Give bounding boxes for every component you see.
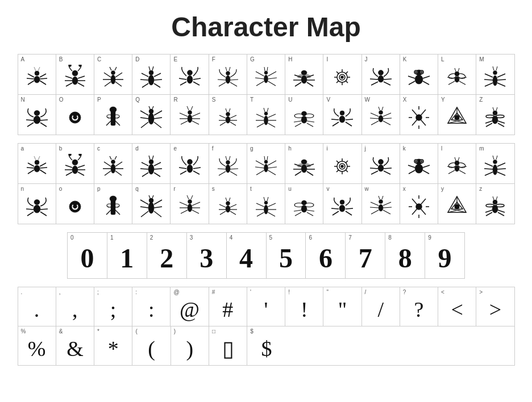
char-cell-L[interactable]: L	[438, 55, 476, 94]
char-cell-r[interactable]: r	[171, 184, 209, 224]
char-cell-x[interactable]: @@	[171, 287, 209, 326]
svg-line-51	[140, 79, 148, 80]
char-cell-x[interactable]: x	[400, 184, 438, 224]
char-cell-0[interactable]: 00	[68, 233, 107, 278]
char-cell-9[interactable]: 99	[425, 233, 464, 278]
char-cell-3[interactable]: 33	[187, 233, 227, 278]
char-cell-Z[interactable]: Z	[476, 95, 514, 135]
char-cell-x[interactable]: ##	[209, 287, 247, 326]
char-cell-g[interactable]: g	[247, 144, 285, 183]
char-cell-z[interactable]: z	[476, 184, 514, 224]
char-cell-u[interactable]: u	[285, 184, 323, 224]
char-cell-V[interactable]: V	[323, 95, 361, 135]
char-cell-1[interactable]: 11	[107, 233, 147, 278]
char-cell-S[interactable]: S	[209, 95, 247, 135]
char-cell-y[interactable]: y	[438, 184, 476, 224]
char-cell-4[interactable]: 44	[227, 233, 267, 278]
char-cell-a[interactable]: a	[18, 144, 56, 183]
svg-line-209	[370, 118, 379, 119]
char-cell-x[interactable]: %%	[18, 326, 56, 365]
char-cell-F[interactable]: F	[209, 55, 247, 94]
char-cell-Y[interactable]: Y	[438, 95, 476, 135]
char-cell-p[interactable]: p	[94, 184, 132, 224]
char-cell-X[interactable]: X	[400, 95, 438, 135]
char-cell-x[interactable]: !!	[285, 287, 323, 326]
char-cell-K[interactable]: K	[400, 55, 438, 94]
char-cell-N[interactable]: N	[18, 95, 56, 135]
char-cell-v[interactable]: v	[323, 184, 361, 224]
char-glyph: "	[325, 295, 360, 324]
char-cell-8[interactable]: 88	[385, 233, 425, 278]
char-cell-T[interactable]: T	[247, 95, 285, 135]
char-cell-G[interactable]: G	[247, 55, 285, 94]
char-cell-x[interactable]: <<	[438, 287, 476, 326]
char-cell-C[interactable]: C	[94, 55, 132, 94]
svg-line-359	[496, 156, 497, 160]
char-cell-x[interactable]: ))	[171, 326, 209, 365]
char-cell-B[interactable]: B	[56, 55, 94, 94]
char-cell-D[interactable]: D	[132, 55, 171, 94]
char-glyph	[363, 62, 398, 92]
char-cell-7[interactable]: 77	[346, 233, 385, 278]
char-cell-k[interactable]: k	[400, 144, 438, 183]
char-cell-x[interactable]: ""	[323, 287, 361, 326]
char-cell-O[interactable]: O	[56, 95, 94, 135]
char-cell-x[interactable]: ((	[132, 326, 171, 365]
char-cell-h[interactable]: h	[285, 144, 323, 183]
char-cell-f[interactable]: f	[209, 144, 247, 183]
char-cell-R[interactable]: R	[171, 95, 209, 135]
char-glyph	[210, 103, 246, 132]
char-glyph: &	[57, 334, 93, 363]
char-cell-x[interactable]: &&	[56, 326, 94, 365]
char-cell-6[interactable]: 66	[306, 233, 346, 278]
char-cell-q[interactable]: q	[132, 184, 171, 224]
char-cell-W[interactable]: W	[362, 95, 400, 135]
svg-line-26	[34, 67, 36, 71]
char-cell-e[interactable]: e	[171, 144, 209, 183]
char-cell-x[interactable]: //	[362, 287, 400, 326]
char-label: 4	[230, 235, 233, 241]
char-cell-m[interactable]: m	[476, 144, 514, 183]
char-cell-j[interactable]: j	[362, 144, 400, 183]
char-cell-x[interactable]: ,,	[56, 287, 94, 326]
char-cell-x[interactable]: >>	[476, 287, 514, 326]
svg-point-452	[486, 204, 494, 207]
char-cell-A[interactable]: A	[18, 55, 56, 94]
char-cell-2[interactable]: 22	[147, 233, 187, 278]
char-cell-x[interactable]: **	[94, 326, 132, 365]
char-cell-s[interactable]: s	[209, 184, 247, 224]
char-cell-M[interactable]: M	[476, 55, 514, 94]
char-cell-o[interactable]: o	[56, 184, 94, 224]
char-cell-n[interactable]: n	[18, 184, 56, 224]
char-cell-U[interactable]: U	[285, 95, 323, 135]
char-cell-5[interactable]: 55	[267, 233, 306, 278]
char-cell-E[interactable]: E	[171, 55, 209, 94]
char-cell-x[interactable]: ''	[247, 287, 285, 326]
char-label: j	[365, 146, 366, 152]
char-cell-H[interactable]: H	[285, 55, 323, 94]
char-glyph: .	[19, 295, 55, 324]
char-cell-x[interactable]: $$	[247, 326, 285, 365]
char-glyph: 1	[109, 241, 146, 276]
svg-line-35	[78, 76, 85, 78]
char-cell-Q[interactable]: Q	[132, 95, 171, 135]
char-cell-i[interactable]: i	[323, 144, 361, 183]
char-cell-d[interactable]: d	[132, 144, 171, 183]
char-cell-J[interactable]: J	[362, 55, 400, 94]
char-cell-t[interactable]: t	[247, 184, 285, 224]
char-glyph: @	[172, 295, 207, 324]
char-cell-P[interactable]: P	[94, 95, 132, 135]
char-cell-x[interactable]: ??	[400, 287, 438, 326]
char-cell-x[interactable]: ::	[132, 287, 171, 326]
char-cell-x[interactable]: ;;	[94, 287, 132, 326]
char-cell-c[interactable]: c	[94, 144, 132, 183]
char-cell-x[interactable]: ..	[18, 287, 56, 326]
char-cell-l[interactable]: l	[438, 144, 476, 183]
svg-line-379	[154, 207, 162, 208]
char-cell-w[interactable]: w	[362, 184, 400, 224]
char-cell-I[interactable]: I	[323, 55, 361, 94]
char-glyph	[401, 62, 437, 92]
char-glyph: 7	[347, 241, 384, 276]
char-cell-x[interactable]: □▯	[209, 326, 247, 365]
char-cell-b[interactable]: b	[56, 144, 94, 183]
